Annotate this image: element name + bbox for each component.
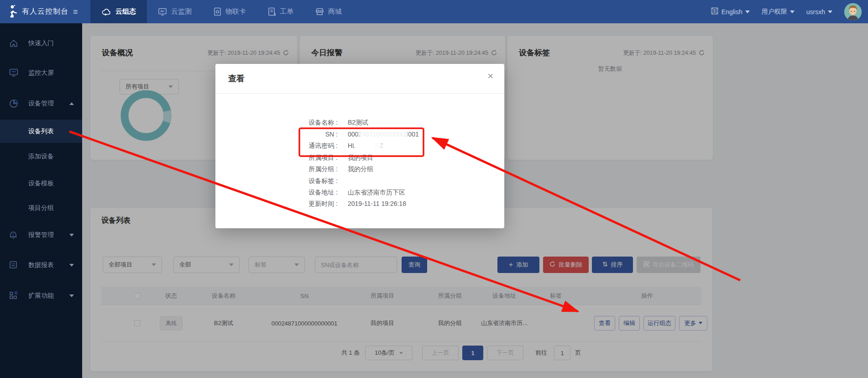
nav-tab-label: 云监测 [171, 7, 192, 16]
logo[interactable]: 有人云控制台 ≡ [0, 0, 82, 23]
username-menu[interactable]: usrsxh [806, 8, 832, 16]
document-icon [268, 7, 276, 16]
sidebar-item-label: 数据报表 [28, 261, 54, 269]
sidebar-item-label: 监控大屏 [28, 69, 54, 77]
sidebar-item-label: 报警管理 [28, 231, 54, 239]
sidebar-item-add-device[interactable]: 添加设备 [0, 147, 82, 167]
field-label: 设备名称 : [215, 119, 338, 127]
chevron-down-icon [828, 10, 832, 13]
nav-tab-iot-card[interactable]: 物联卡 [203, 0, 257, 23]
field-project: 所属项目 : 我的项目 [215, 154, 504, 163]
permission-label: 用户权限 [762, 8, 787, 16]
sidebar-item-label: 快速入门 [28, 39, 54, 47]
sim-card-icon [214, 7, 221, 16]
app-window: 有人云控制台 ≡ 云组态 云 [0, 0, 868, 378]
sidebar-item-label: 设备模板 [28, 179, 54, 188]
redaction-smudge [361, 130, 406, 138]
avatar[interactable] [844, 3, 862, 21]
sidebar: 快速入门 监控大屏 设备管理 设备列表 [0, 23, 82, 378]
field-value: 我的项目 [348, 154, 373, 162]
language-switcher[interactable]: English [711, 7, 750, 16]
close-icon[interactable]: × [487, 71, 493, 81]
field-label: 更新时间 : [215, 200, 338, 208]
redaction-smudge [356, 142, 380, 150]
sidebar-item-extensions[interactable]: 扩展功能 [0, 286, 82, 306]
primary-nav: 云组态 云监测 物联卡 [90, 0, 353, 23]
nav-tab-label: 物联卡 [225, 7, 246, 16]
field-value: 2019-11-11 19:26:18 [348, 200, 406, 207]
chevron-up-icon [69, 102, 74, 105]
nav-tab-label: 商城 [328, 7, 342, 16]
big-screen-icon [9, 68, 18, 78]
field-tags: 设备标签 : [215, 177, 504, 186]
sidebar-item-device-template[interactable]: 设备模板 [0, 173, 82, 194]
field-label: 所属项目 : [215, 154, 338, 162]
report-icon [9, 261, 18, 270]
sidebar-item-alarm-management[interactable]: 报警管理 [0, 225, 82, 245]
language-label: English [722, 8, 743, 16]
nav-tab-cloud-scada[interactable]: 云组态 [90, 0, 147, 23]
divider [215, 93, 504, 94]
field-value: 山东省济南市历下区 [348, 189, 405, 197]
grid-apps-icon [9, 291, 18, 300]
field-comm-password: 通讯密码 : HLFZ [215, 142, 504, 151]
sidebar-item-device-management[interactable]: 设备管理 [0, 94, 82, 114]
chevron-down-icon [790, 10, 795, 13]
field-updated-time: 更新时间 : 2019-11-11 19:26:18 [215, 200, 504, 209]
cloud-icon [101, 8, 111, 16]
hamburger-menu-icon[interactable]: ≡ [73, 8, 78, 16]
view-device-modal: 查看 × 设备名称 : B2测试 SN : 000248710000000000… [215, 64, 504, 228]
alarm-bell-icon [9, 231, 18, 240]
chevron-down-icon [69, 234, 74, 236]
username-label: usrsxh [806, 8, 825, 16]
modal-title: 查看 [228, 73, 245, 84]
sidebar-item-label: 添加设备 [28, 152, 54, 161]
sidebar-item-label: 设备管理 [28, 100, 54, 108]
nav-tab-mall[interactable]: 商城 [304, 0, 353, 23]
pie-chart-icon [9, 99, 18, 108]
sidebar-item-device-list[interactable]: 设备列表 [0, 120, 82, 143]
app-title: 有人云控制台 [22, 7, 68, 16]
field-value: 我的分组 [348, 165, 373, 173]
nav-tab-label: 工单 [280, 7, 293, 16]
person-logo-icon [5, 4, 18, 19]
chevron-down-icon [69, 264, 74, 267]
chevron-down-icon [69, 294, 74, 297]
sidebar-item-project-group[interactable]: 项目分组 [0, 198, 82, 218]
nav-tab-work-order[interactable]: 工单 [257, 0, 304, 23]
sidebar-item-monitor-screen[interactable]: 监控大屏 [0, 63, 82, 83]
top-navbar: 有人云控制台 ≡ 云组态 云 [0, 0, 868, 23]
sidebar-item-label: 项目分组 [28, 204, 54, 212]
storefront-icon [315, 7, 324, 16]
sidebar-item-label: 扩展功能 [28, 292, 54, 300]
field-group: 所属分组 : 我的分组 [215, 165, 504, 174]
field-label: SN : [215, 131, 338, 138]
sidebar-item-label: 设备列表 [28, 127, 54, 136]
field-sn: SN : 00024871000000000001 [215, 131, 504, 140]
field-label: 设备地址 : [215, 189, 338, 197]
field-label: 所属分组 : [215, 165, 338, 173]
navbar-right: English 用户权限 usrsxh [711, 0, 862, 23]
monitor-icon [158, 8, 167, 16]
field-address: 设备地址 : 山东省济南市历下区 [215, 189, 504, 198]
user-permission-menu[interactable]: 用户权限 [762, 8, 795, 16]
sidebar-item-data-report[interactable]: 数据报表 [0, 255, 82, 275]
field-label: 通讯密码 : [215, 142, 338, 150]
nav-tab-label: 云组态 [115, 7, 136, 16]
chevron-down-icon [745, 10, 750, 13]
sidebar-item-quick-start[interactable]: 快速入门 [0, 33, 82, 53]
field-device-name: 设备名称 : B2测试 [215, 119, 504, 128]
globe-icon [711, 7, 719, 16]
field-label: 设备标签 : [215, 177, 338, 185]
nav-tab-cloud-monitor[interactable]: 云监测 [147, 0, 203, 23]
field-value: B2测试 [348, 119, 368, 127]
home-icon [9, 39, 18, 48]
